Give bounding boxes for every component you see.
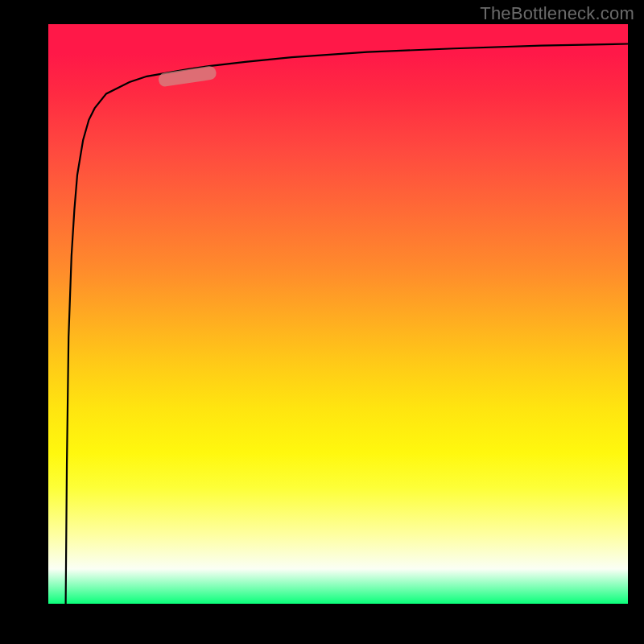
watermark-label: TheBottleneck.com: [480, 3, 634, 24]
curve-line: [66, 43, 628, 604]
chart-svg: [48, 24, 628, 604]
